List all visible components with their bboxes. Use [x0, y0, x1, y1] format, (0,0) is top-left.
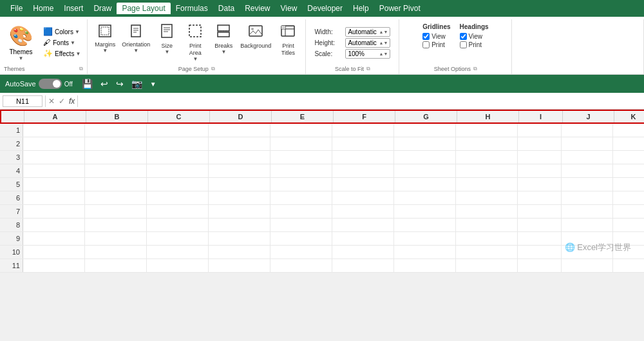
cell-I6[interactable]	[518, 191, 562, 204]
print-titles-button[interactable]: Print Titles	[274, 22, 301, 57]
cell-B7[interactable]	[85, 205, 147, 218]
cell-A6[interactable]	[23, 191, 85, 204]
cell-H7[interactable]	[456, 205, 518, 218]
customize-qa-button[interactable]: ▼	[147, 79, 159, 89]
cell-I10[interactable]	[518, 246, 562, 258]
cell-C4[interactable]	[147, 164, 209, 177]
background-button[interactable]: Background	[238, 22, 273, 50]
margins-button[interactable]: Margins ▼	[91, 22, 118, 55]
fx-label[interactable]: fx	[69, 97, 75, 106]
cell-E2[interactable]	[270, 137, 332, 150]
cell-F10[interactable]	[332, 246, 394, 258]
sheet-options-expand-icon[interactable]: ⧉	[473, 66, 477, 72]
cell-J11[interactable]	[562, 259, 613, 272]
cell-A4[interactable]	[23, 164, 85, 177]
cell-E10[interactable]	[270, 246, 332, 258]
cell-C10[interactable]	[147, 246, 209, 258]
cell-H9[interactable]	[456, 232, 518, 245]
menu-developer[interactable]: Developer	[302, 3, 348, 14]
cell-E4[interactable]	[270, 164, 332, 177]
col-header-A[interactable]: A	[24, 111, 86, 122]
menu-view[interactable]: View	[276, 3, 303, 14]
cell-A7[interactable]	[23, 205, 85, 218]
cell-J9[interactable]	[562, 232, 613, 245]
cell-J3[interactable]	[562, 151, 613, 164]
cell-B5[interactable]	[85, 178, 147, 191]
cell-D9[interactable]	[209, 232, 270, 245]
cell-E6[interactable]	[270, 191, 332, 204]
cell-J2[interactable]	[562, 137, 613, 150]
cell-D8[interactable]	[209, 219, 270, 231]
gridlines-print-checkbox[interactable]	[422, 41, 430, 48]
cell-F2[interactable]	[332, 137, 394, 150]
cell-H4[interactable]	[456, 164, 518, 177]
cell-F8[interactable]	[332, 219, 394, 231]
size-button[interactable]: Size ▼	[153, 22, 180, 56]
cell-E7[interactable]	[270, 205, 332, 218]
menu-page-layout[interactable]: Page Layout	[117, 3, 170, 14]
col-header-H[interactable]: H	[457, 111, 519, 122]
cancel-icon[interactable]: ✕	[48, 97, 55, 106]
cell-C1[interactable]	[147, 124, 209, 137]
colors-button[interactable]: 🟦 Colors ▼	[41, 26, 83, 37]
cell-G1[interactable]	[394, 124, 456, 137]
cell-G3[interactable]	[394, 151, 456, 164]
col-header-I[interactable]: I	[519, 111, 563, 122]
cell-C2[interactable]	[147, 137, 209, 150]
cell-D10[interactable]	[209, 246, 270, 258]
cell-A8[interactable]	[23, 219, 85, 231]
camera-button[interactable]: 📷	[129, 77, 145, 90]
cell-F4[interactable]	[332, 164, 394, 177]
cell-G10[interactable]	[394, 246, 456, 258]
page-setup-expand-icon[interactable]: ⧉	[211, 66, 215, 72]
cell-K8[interactable]	[613, 219, 644, 231]
autosave-toggle[interactable]	[39, 79, 62, 89]
cell-F9[interactable]	[332, 232, 394, 245]
undo-button[interactable]: ↩	[98, 77, 111, 90]
cell-K3[interactable]	[613, 151, 644, 164]
print-area-button[interactable]: Print Area ▼	[182, 22, 209, 63]
cell-J5[interactable]	[562, 178, 613, 191]
cell-A5[interactable]	[23, 178, 85, 191]
cell-D1[interactable]	[209, 124, 270, 137]
cell-G6[interactable]	[394, 191, 456, 204]
cell-F3[interactable]	[332, 151, 394, 164]
cell-J7[interactable]	[562, 205, 613, 218]
cell-J4[interactable]	[562, 164, 613, 177]
cell-E9[interactable]	[270, 232, 332, 245]
menu-review[interactable]: Review	[240, 3, 275, 14]
cell-H8[interactable]	[456, 219, 518, 231]
height-input[interactable]: Automatic ▲▼	[345, 38, 390, 48]
cell-A1[interactable]	[23, 124, 85, 137]
cell-I11[interactable]	[518, 259, 562, 272]
cell-K10[interactable]	[613, 246, 644, 258]
cell-H3[interactable]	[456, 151, 518, 164]
cell-K5[interactable]	[613, 178, 644, 191]
menu-file[interactable]: File	[5, 3, 28, 14]
menu-power-pivot[interactable]: Power Pivot	[374, 3, 426, 14]
cell-E8[interactable]	[270, 219, 332, 231]
cell-K9[interactable]	[613, 232, 644, 245]
cell-J6[interactable]	[562, 191, 613, 204]
cell-B9[interactable]	[85, 232, 147, 245]
cell-D6[interactable]	[209, 191, 270, 204]
col-header-K[interactable]: K	[614, 111, 644, 122]
cell-D3[interactable]	[209, 151, 270, 164]
save-button[interactable]: 💾	[79, 77, 95, 90]
menu-formulas[interactable]: Formulas	[171, 3, 213, 14]
cell-C9[interactable]	[147, 232, 209, 245]
menu-home[interactable]: Home	[28, 3, 59, 14]
cell-I9[interactable]	[518, 232, 562, 245]
cell-G2[interactable]	[394, 137, 456, 150]
cell-B1[interactable]	[85, 124, 147, 137]
cell-A2[interactable]	[23, 137, 85, 150]
redo-button[interactable]: ↪	[113, 77, 126, 90]
cell-C6[interactable]	[147, 191, 209, 204]
cell-B6[interactable]	[85, 191, 147, 204]
cell-J1[interactable]	[562, 124, 613, 137]
cell-I4[interactable]	[518, 164, 562, 177]
cell-K4[interactable]	[613, 164, 644, 177]
cell-B11[interactable]	[85, 259, 147, 272]
cell-I7[interactable]	[518, 205, 562, 218]
cell-K11[interactable]	[613, 259, 644, 272]
